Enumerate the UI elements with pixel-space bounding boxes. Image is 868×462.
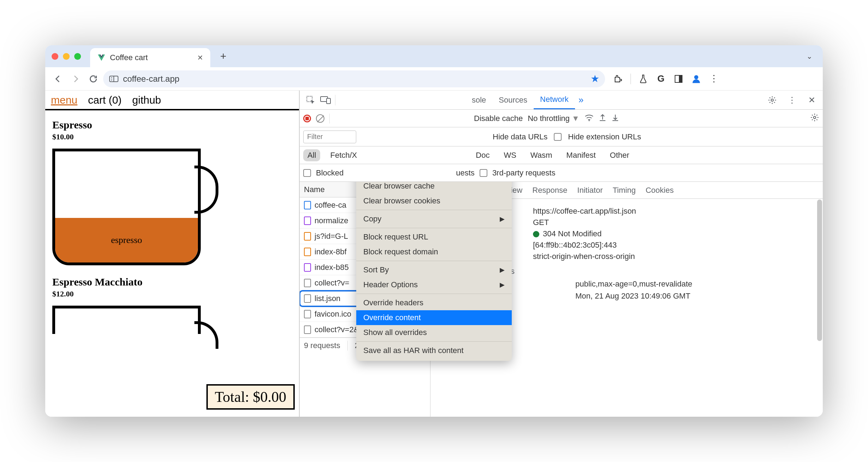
ctx-override-headers[interactable]: Override headers <box>356 295 512 310</box>
scrollbar[interactable] <box>817 200 822 391</box>
extensions-icon[interactable] <box>613 74 623 84</box>
nav-menu[interactable]: menu <box>51 94 77 106</box>
type-wasm[interactable]: Wasm <box>526 149 557 161</box>
type-manifest[interactable]: Manifest <box>562 149 600 161</box>
reload-button[interactable] <box>86 71 101 87</box>
resource-type-filter: All Fetch/X Doc WS Wasm Manifest Other <box>300 146 823 164</box>
ctx-block-domain[interactable]: Block request domain <box>356 244 512 259</box>
chevron-right-icon: ▶ <box>500 266 505 274</box>
ctx-clear-cache[interactable]: Clear browser cache <box>356 182 512 194</box>
scrollbar-thumb[interactable] <box>817 200 822 341</box>
ctx-show-overrides[interactable]: Show all overrides <box>356 325 512 340</box>
disable-cache-label[interactable]: Disable cache <box>474 114 523 123</box>
extensions-row: G ⋮ <box>613 74 719 84</box>
other-file-icon <box>304 279 311 287</box>
ctx-separator <box>356 261 512 261</box>
svg-point-11 <box>588 120 590 121</box>
reader-icon[interactable] <box>673 74 684 84</box>
nav-cart[interactable]: cart (0) <box>88 94 122 106</box>
tab-console[interactable]: sole <box>338 91 492 109</box>
hide-ext-checkbox[interactable] <box>554 133 562 141</box>
svg-point-2 <box>111 77 112 78</box>
nav-github[interactable]: github <box>132 94 161 106</box>
ctx-separator <box>356 210 512 210</box>
ctx-copy[interactable]: Copy▶ <box>356 212 512 226</box>
bookmark-star-icon[interactable]: ★ <box>591 73 599 85</box>
svg-rect-9 <box>327 98 330 104</box>
google-icon[interactable]: G <box>656 74 666 84</box>
ctx-label: Block request URL <box>363 232 428 242</box>
network-filter-row: Hide data URLs Hide extension URLs <box>300 127 823 146</box>
device-toggle-icon[interactable] <box>318 96 333 104</box>
site-settings-icon[interactable] <box>109 74 119 84</box>
blocked-label[interactable]: Blocked <box>316 168 344 178</box>
request-name: index-b85 <box>315 263 349 272</box>
type-all[interactable]: All <box>303 149 320 161</box>
ctx-sort[interactable]: Sort By▶ <box>356 262 512 277</box>
tab-network[interactable]: Network <box>534 91 575 109</box>
hide-ext-urls-label[interactable]: Hide extension URLs <box>568 132 641 142</box>
ctx-override-content[interactable]: Override content <box>356 310 512 325</box>
devtools-close-icon[interactable]: ✕ <box>804 95 819 105</box>
cart-total[interactable]: Total: $0.00 <box>206 384 295 410</box>
throttling-select[interactable]: No throttling ▼ <box>528 114 579 123</box>
details-tab-cookies[interactable]: Cookies <box>646 186 674 195</box>
blocked-checkbox[interactable] <box>303 169 311 177</box>
hide-data-urls-label[interactable]: Hide data URLs <box>493 132 547 142</box>
svg-point-12 <box>814 116 816 119</box>
experiments-icon[interactable] <box>638 74 649 84</box>
css-file-icon <box>304 216 311 225</box>
svg-point-10 <box>771 99 774 101</box>
tab-close-button[interactable]: ✕ <box>197 53 203 62</box>
download-har-icon[interactable] <box>611 113 619 124</box>
ctx-label: Header Options <box>363 280 418 289</box>
ctx-header-options[interactable]: Header Options▶ <box>356 277 512 292</box>
type-ws[interactable]: WS <box>499 149 520 161</box>
tab-sources[interactable]: Sources <box>492 91 534 109</box>
kebab-menu-icon[interactable]: ⋮ <box>709 74 719 84</box>
type-doc[interactable]: Doc <box>471 149 494 161</box>
type-fetch[interactable]: Fetch/X <box>326 149 361 161</box>
ctx-label: Override content <box>363 313 421 322</box>
profile-icon[interactable] <box>691 74 702 84</box>
details-tab-timing[interactable]: Timing <box>612 186 635 195</box>
throttling-value: No throttling <box>528 114 570 123</box>
filter-input[interactable] <box>303 131 356 143</box>
forward-button[interactable] <box>68 71 83 87</box>
status-dot-icon <box>533 231 539 237</box>
webpage-viewport: menu cart (0) github Espresso $10.00 esp… <box>45 91 300 417</box>
upload-har-icon[interactable] <box>599 113 606 124</box>
settings-gear-icon[interactable] <box>765 96 780 105</box>
record-button[interactable] <box>303 115 311 122</box>
details-tab-initiator[interactable]: Initiator <box>577 186 603 195</box>
browser-tab[interactable]: Coffee cart ✕ <box>90 48 210 67</box>
request-name: normalize <box>315 216 348 225</box>
details-tab-response[interactable]: Response <box>532 186 567 195</box>
espresso-mug-icon[interactable]: espresso <box>52 149 201 265</box>
minimize-window-button[interactable] <box>63 53 70 60</box>
third-party-label[interactable]: 3rd-party requests <box>492 168 556 178</box>
inspect-element-icon[interactable] <box>303 96 318 105</box>
clear-button[interactable] <box>316 114 324 123</box>
request-url: https://coffee-cart.app/list.json <box>533 207 816 216</box>
more-tabs-icon[interactable]: » <box>575 94 587 105</box>
macchiato-mug-icon[interactable] <box>52 306 201 334</box>
traffic-lights <box>52 53 81 60</box>
ctx-block-url[interactable]: Block request URL <box>356 230 512 244</box>
ctx-separator <box>356 228 512 228</box>
devtools-kebab-icon[interactable]: ⋮ <box>785 95 799 105</box>
type-other[interactable]: Other <box>606 149 634 161</box>
network-settings-gear-icon[interactable] <box>810 113 819 124</box>
ctx-clear-cookies[interactable]: Clear browser cookies <box>356 194 512 208</box>
maximize-window-button[interactable] <box>74 53 81 60</box>
tabs-dropdown-button[interactable]: ⌄ <box>802 49 816 63</box>
back-button[interactable] <box>50 71 66 87</box>
address-bar[interactable]: coffee-cart.app ★ <box>103 70 605 87</box>
ctx-save-har[interactable]: Save all as HAR with content <box>356 343 512 358</box>
third-party-checkbox[interactable] <box>480 169 487 177</box>
new-tab-button[interactable]: + <box>220 50 227 62</box>
ctx-label: Clear browser cache <box>363 182 435 191</box>
status-text: 304 Not Modified <box>543 229 602 238</box>
network-conditions-icon[interactable] <box>585 114 594 123</box>
close-window-button[interactable] <box>52 53 58 60</box>
